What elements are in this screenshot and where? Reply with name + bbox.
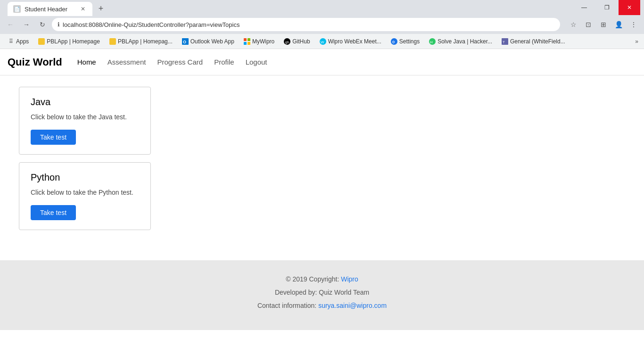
bookmark-hackerrank[interactable]: H Solve Java | Hacker... xyxy=(425,36,496,47)
bookmark-label: MyWipro xyxy=(252,38,274,45)
browser-tab[interactable]: 📄 Student Header ✕ xyxy=(8,2,92,16)
bookmark-label: PBLApp | Homepag... xyxy=(118,38,173,45)
outlook-favicon: O xyxy=(182,38,189,45)
python-topic-card: Python Click below to take the Python te… xyxy=(19,162,151,230)
maximize-button[interactable]: ❐ xyxy=(596,0,618,15)
bookmark-label: Apps xyxy=(16,38,29,45)
windows-icon[interactable]: ⊞ xyxy=(597,18,610,31)
bookmark-apps[interactable]: ⠿ Apps xyxy=(4,36,33,47)
footer-contact: Contact information: surya.saini@wipro.c… xyxy=(0,302,644,309)
nav-assessment[interactable]: Assessment xyxy=(107,56,146,68)
address-bar: ← → ↻ ℹ localhost:8088/Online-Quiz/Stude… xyxy=(0,15,644,34)
bookmark-github[interactable]: gh GitHub xyxy=(280,36,314,47)
profile-icon[interactable]: 👤 xyxy=(612,18,625,31)
python-description: Click below to take the Python test. xyxy=(31,188,139,198)
nav-profile[interactable]: Profile xyxy=(214,56,234,68)
navbar: Quiz World Home Assessment Progress Card… xyxy=(0,49,644,75)
svg-text:O: O xyxy=(183,40,186,44)
bookmark-label: GitHub xyxy=(292,38,310,45)
java-title: Java xyxy=(31,97,139,107)
browser-chrome: 📄 Student Header ✕ + — ❐ ✕ ← → ↻ ℹ local… xyxy=(0,0,644,49)
bookmarks-bar: ⠿ Apps PBLApp | Homepage PBLApp | Homepa… xyxy=(0,34,644,49)
python-title: Python xyxy=(31,172,139,183)
bookmark-label: Solve Java | Hacker... xyxy=(438,38,492,45)
back-button[interactable]: ← xyxy=(4,18,17,31)
bookmark-settings[interactable]: ⚙ Settings xyxy=(387,36,423,47)
title-bar: 📄 Student Header ✕ + — ❐ ✕ xyxy=(0,0,644,15)
bookmark-pblapp2[interactable]: PBLApp | Homepag... xyxy=(106,36,176,47)
svg-text:T: T xyxy=(503,40,505,44)
hackerrank-favicon: H xyxy=(429,38,436,45)
nav-home[interactable]: Home xyxy=(77,56,96,68)
bookmark-pblapp1[interactable]: PBLApp | Homepage xyxy=(34,36,104,47)
github-favicon: gh xyxy=(284,38,290,45)
menu-icon[interactable]: ⋮ xyxy=(627,18,640,31)
main-content: Java Click below to take the Java test. … xyxy=(0,75,644,260)
forward-button[interactable]: → xyxy=(20,18,33,31)
java-description: Click below to take the Java test. xyxy=(31,112,139,122)
footer-copyright: © 2019 Copyright: Wipro xyxy=(0,275,644,283)
window-controls: — ❐ ✕ xyxy=(573,0,640,15)
address-icons: ☆ ⊡ ⊞ 👤 ⋮ xyxy=(567,18,640,31)
teams-favicon: T xyxy=(502,38,508,45)
python-take-test-button[interactable]: Take test xyxy=(31,205,76,220)
brand-logo: Quiz World xyxy=(8,56,62,68)
bookmark-label: Wipro WebEx Meet... xyxy=(328,38,381,45)
footer-brand-link[interactable]: Wipro xyxy=(341,275,358,283)
bookmark-outlook[interactable]: O Outlook Web App xyxy=(178,36,238,47)
svg-rect-3 xyxy=(248,38,250,41)
pblapp1-favicon xyxy=(38,38,45,45)
close-button[interactable]: ✕ xyxy=(619,0,640,15)
svg-rect-5 xyxy=(248,42,250,45)
svg-rect-2 xyxy=(244,38,247,41)
footer-email-link[interactable]: surya.saini@wipro.com xyxy=(318,302,387,309)
pblapp2-favicon xyxy=(109,38,116,45)
app-container: Quiz World Home Assessment Progress Card… xyxy=(0,49,644,330)
bookmark-label: PBLApp | Homepage xyxy=(47,38,100,45)
svg-text:W: W xyxy=(321,40,324,44)
minimize-button[interactable]: — xyxy=(573,0,595,15)
settings-favicon: ⚙ xyxy=(391,38,397,45)
bookmark-label: Settings xyxy=(399,38,420,45)
mywipro-favicon xyxy=(244,38,250,45)
apps-bookmark-icon: ⠿ xyxy=(8,38,14,45)
java-topic-card: Java Click below to take the Java test. … xyxy=(19,87,151,155)
bookmark-wipro-webex[interactable]: W Wipro WebEx Meet... xyxy=(316,36,385,47)
tab-close-button[interactable]: ✕ xyxy=(79,5,87,13)
cast-icon[interactable]: ⊡ xyxy=(582,18,595,31)
svg-text:gh: gh xyxy=(285,40,289,44)
svg-text:H: H xyxy=(430,40,433,44)
tab-bar: 📄 Student Header ✕ + xyxy=(4,0,571,16)
url-bar[interactable]: ℹ localhost:8088/Online-Quiz/StudentCont… xyxy=(52,18,560,31)
nav-logout[interactable]: Logout xyxy=(246,56,267,68)
tab-title: Student Header xyxy=(25,6,67,13)
footer: © 2019 Copyright: Wipro Developed by: Qu… xyxy=(0,260,644,330)
webex-favicon: W xyxy=(320,38,326,45)
bookmark-label: Outlook Web App xyxy=(190,38,234,45)
bookmark-label: General (WhiteField... xyxy=(510,38,565,45)
nav-progress-card[interactable]: Progress Card xyxy=(157,56,203,68)
footer-developed-by: Developed by: Quiz World Team xyxy=(0,289,644,296)
more-bookmarks-button[interactable]: » xyxy=(633,38,640,45)
svg-text:⚙: ⚙ xyxy=(392,40,395,44)
tab-favicon: 📄 xyxy=(13,5,21,13)
new-tab-button[interactable]: + xyxy=(94,2,107,15)
bookmark-general[interactable]: T General (WhiteField... xyxy=(498,36,569,47)
java-take-test-button[interactable]: Take test xyxy=(31,130,76,145)
bookmark-star-icon[interactable]: ☆ xyxy=(567,18,580,31)
url-text: localhost:8088/Online-Quiz/StudentContro… xyxy=(63,21,554,28)
svg-rect-4 xyxy=(244,42,247,45)
bookmark-mywipro[interactable]: MyWipro xyxy=(240,36,278,47)
refresh-button[interactable]: ↻ xyxy=(36,18,49,31)
